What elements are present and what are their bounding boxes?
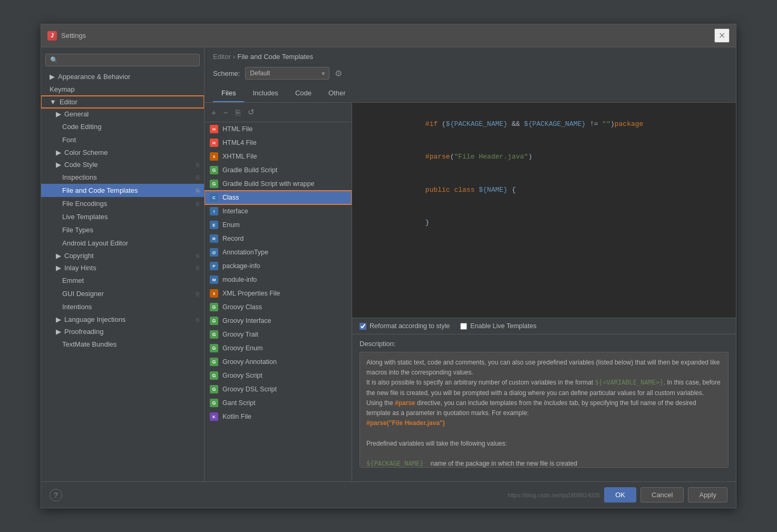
template-item-annotation[interactable]: @ AnnotationType: [205, 245, 352, 259]
sidebar-item-language-injections[interactable]: ▶ Language Injections ⎘: [41, 313, 204, 326]
dialog-title: Settings: [61, 32, 86, 40]
close-button[interactable]: ✕: [714, 28, 730, 43]
tab-code[interactable]: Code: [287, 85, 320, 102]
sidebar-item-gui-designer[interactable]: GUI Designer ⎘: [41, 287, 204, 300]
template-item-label: Groovy Annotation: [222, 358, 277, 366]
template-item-gant[interactable]: G Gant Script: [205, 396, 352, 410]
sidebar-item-keymap[interactable]: Keymap: [41, 83, 204, 96]
copy-icon3: ⎘: [196, 188, 200, 194]
template-item-gradle-wrapper[interactable]: G Gradle Build Script with wrappe: [205, 177, 352, 191]
help-button[interactable]: ?: [50, 489, 62, 501]
arrow-icon: ▶: [56, 110, 61, 118]
parse-example: #parse("File Header.java"): [366, 419, 445, 427]
template-item-groovy-interface[interactable]: G Groovy Interface: [205, 314, 352, 328]
reformat-checkbox[interactable]: [360, 323, 366, 330]
template-item-record[interactable]: R Record: [205, 232, 352, 245]
html-file-icon: H: [210, 125, 218, 133]
sidebar-item-label: Live Templates: [62, 213, 108, 221]
template-item-package-info[interactable]: P package-info: [205, 259, 352, 273]
gear-icon[interactable]: ⚙: [335, 68, 342, 78]
arrow-icon: ▶: [56, 252, 61, 260]
sidebar-item-code-editing[interactable]: Code Editing: [41, 120, 204, 133]
footer-url: https://blog.csdn.net/qq1808814025: [508, 492, 600, 498]
template-item-module-info[interactable]: M module-info: [205, 273, 352, 287]
sidebar-item-editor[interactable]: ▼ Editor: [41, 96, 204, 108]
live-templates-checkbox-label[interactable]: Enable Live Templates: [460, 322, 537, 330]
sidebar-item-file-encodings[interactable]: File Encodings ⎘: [41, 197, 204, 210]
sidebar-item-appearance[interactable]: ▶ Appearance & Behavior: [41, 71, 204, 83]
sidebar-item-color-scheme[interactable]: ▶ Color Scheme: [41, 146, 204, 159]
live-templates-checkbox[interactable]: [460, 323, 467, 330]
template-item-kotlin[interactable]: K Kotlin File: [205, 410, 352, 423]
template-item-label: XML Properties File: [222, 290, 280, 297]
template-item-label: package-info: [222, 262, 260, 270]
sidebar-item-intentions[interactable]: Intentions: [41, 300, 204, 313]
template-item-label: Groovy DSL Script: [222, 386, 277, 393]
template-item-groovy-class[interactable]: G Groovy Class: [205, 300, 352, 314]
template-item-label: AnnotationType: [222, 249, 268, 256]
template-item-label: Kotlin File: [222, 413, 251, 420]
template-item-xhtml[interactable]: X XHTML File: [205, 150, 352, 163]
sidebar-item-file-code-templates[interactable]: File and Code Templates ⎘: [41, 184, 204, 197]
sidebar-item-inlay-hints[interactable]: ▶ Inlay Hints ⎘: [41, 262, 204, 274]
template-item-xml-props[interactable]: X XML Properties File: [205, 287, 352, 300]
template-item-label: HTML File: [222, 125, 252, 133]
template-item-label: HTML4 File: [222, 139, 257, 146]
sidebar-item-file-types[interactable]: File Types: [41, 223, 204, 237]
sidebar-item-label: File Encodings: [62, 200, 107, 208]
sidebar-item-copyright[interactable]: ▶ Copyright ⎘: [41, 250, 204, 262]
template-item-html[interactable]: H HTML File: [205, 122, 352, 136]
sidebar-item-emmet[interactable]: Emmet: [41, 274, 204, 287]
tabs-row: Files Includes Code Other: [205, 85, 736, 103]
sidebar-item-textmate[interactable]: TextMate Bundles: [41, 338, 204, 351]
copy-icon8: ⎘: [196, 317, 200, 323]
sidebar-item-live-templates[interactable]: Live Templates: [41, 210, 204, 223]
reformat-checkbox-label[interactable]: Reformat according to style: [360, 322, 450, 330]
template-item-label: Gant Script: [222, 399, 256, 407]
cancel-button[interactable]: Cancel: [640, 487, 684, 503]
template-item-groovy-dsl[interactable]: G Groovy DSL Script: [205, 382, 352, 396]
search-icon: 🔍: [50, 56, 58, 64]
sidebar-item-label: General: [64, 110, 89, 118]
apply-button[interactable]: Apply: [688, 487, 727, 503]
scheme-select[interactable]: Default Project: [245, 67, 329, 80]
sidebar-item-inspections[interactable]: Inspections ⎘: [41, 171, 204, 184]
template-item-enum[interactable]: E Enum: [205, 218, 352, 232]
sidebar-item-label: Intentions: [62, 303, 92, 311]
sidebar-item-general[interactable]: ▶ General: [41, 108, 204, 120]
remove-template-button[interactable]: −: [221, 106, 231, 119]
template-item-groovy-annotation[interactable]: G Groovy Annotation: [205, 355, 352, 369]
copy-template-button[interactable]: ⎘: [233, 106, 243, 119]
var-package-name: ${PACKAGE_NAME}: [366, 460, 423, 467]
sidebar-item-code-style[interactable]: ▶ Code Style ⎘: [41, 159, 204, 171]
sidebar-item-label: Emmet: [62, 277, 84, 284]
sidebar-item-proofreading[interactable]: ▶ Proofreading: [41, 326, 204, 338]
package-info-icon: P: [210, 262, 218, 270]
groovy-enum-icon: G: [210, 344, 218, 352]
template-item-groovy-trait[interactable]: G Groovy Trait: [205, 328, 352, 341]
reset-template-button[interactable]: ↺: [245, 106, 257, 119]
sidebar-item-label: Code Style: [64, 161, 98, 169]
sidebar-item-font[interactable]: Font: [41, 133, 204, 146]
search-box[interactable]: 🔍: [45, 54, 200, 66]
template-item-groovy-script[interactable]: G Groovy Script: [205, 369, 352, 382]
template-item-groovy-enum[interactable]: G Groovy Enum: [205, 341, 352, 355]
sidebar-item-label: Appearance & Behavior: [58, 73, 130, 81]
code-editor[interactable]: #if (${PACKAGE_NAME} && ${PACKAGE_NAME} …: [352, 103, 736, 318]
xhtml-file-icon: X: [210, 152, 218, 161]
template-item-interface[interactable]: I Interface: [205, 204, 352, 218]
add-template-button[interactable]: +: [209, 106, 219, 119]
tab-other[interactable]: Other: [320, 85, 354, 102]
template-item-html4[interactable]: H HTML4 File: [205, 136, 352, 150]
breadcrumb-current: File and Code Templates: [237, 53, 313, 61]
sidebar-item-android-layout[interactable]: Android Layout Editor: [41, 237, 204, 250]
ok-button[interactable]: OK: [604, 487, 636, 503]
tab-files[interactable]: Files: [213, 85, 244, 102]
xml-props-icon: X: [210, 289, 218, 298]
template-item-class[interactable]: C Class: [205, 191, 352, 204]
groovy-annotation-icon: G: [210, 358, 218, 366]
search-input[interactable]: [61, 56, 195, 64]
tab-includes[interactable]: Includes: [244, 85, 286, 102]
template-item-gradle[interactable]: G Gradle Build Script: [205, 163, 352, 177]
breadcrumb-parent: Editor: [213, 53, 231, 61]
